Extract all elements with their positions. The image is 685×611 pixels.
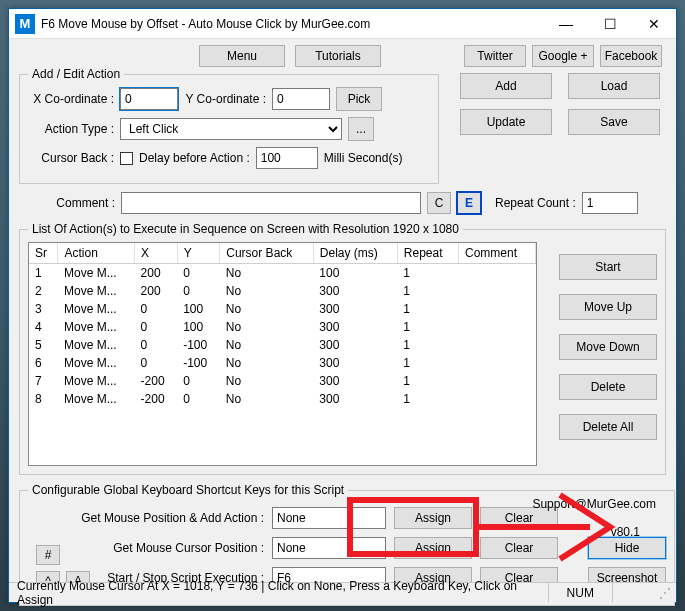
table-cell [459,372,536,390]
table-cell: Move M... [58,264,135,283]
action-list-legend: List Of Action(s) to Execute in Sequence… [28,222,463,236]
table-cell: 0 [135,354,178,372]
load-button[interactable]: Load [568,73,660,99]
table-cell: No [220,336,314,354]
table-row[interactable]: 6Move M...0-100No3001 [29,354,536,372]
table-row[interactable]: 8Move M...-2000No3001 [29,390,536,408]
delay-label: Delay before Action : [139,151,250,165]
action-table[interactable]: SrActionXYCursor BackDelay (ms)RepeatCom… [28,242,537,466]
x-coord-label: X Co-ordinate : [28,92,114,106]
table-cell: 0 [135,318,178,336]
table-cell: 7 [29,372,58,390]
column-header[interactable]: Cursor Back [220,243,314,264]
table-cell: 0 [177,372,220,390]
delete-button[interactable]: Delete [559,374,657,400]
minimize-button[interactable]: — [544,9,588,39]
table-cell [459,336,536,354]
table-cell: -100 [177,354,220,372]
table-cell: 300 [313,372,397,390]
column-header[interactable]: X [135,243,178,264]
table-row[interactable]: 3Move M...0100No3001 [29,300,536,318]
table-cell [459,354,536,372]
table-cell: 1 [29,264,58,283]
table-cell: 0 [177,282,220,300]
table-cell: 1 [397,264,458,283]
shortcut1-assign-button[interactable]: Assign [394,507,472,529]
table-cell: No [220,300,314,318]
table-cell: 100 [313,264,397,283]
table-row[interactable]: 7Move M...-2000No3001 [29,372,536,390]
cursor-back-checkbox[interactable] [120,152,133,165]
action-type-label: Action Type : [28,122,114,136]
hash-button[interactable]: # [36,545,60,565]
repeat-count-input[interactable] [582,192,638,214]
comment-input[interactable] [121,192,421,214]
table-cell: No [220,282,314,300]
table-cell: 2 [29,282,58,300]
shortcut2-clear-button[interactable]: Clear [480,537,558,559]
repeat-count-label: Repeat Count : [495,196,576,210]
close-button[interactable]: ✕ [632,9,676,39]
table-row[interactable]: 2Move M...2000No3001 [29,282,536,300]
resize-grip-icon[interactable]: ⋰ [652,586,668,600]
table-cell: Move M... [58,282,135,300]
c-button[interactable]: C [427,192,451,214]
column-header[interactable]: Y [177,243,220,264]
table-cell: No [220,354,314,372]
table-cell: -200 [135,390,178,408]
shortcuts-legend: Configurable Global Keyboard Shortcut Ke… [28,483,348,497]
table-cell: 0 [135,336,178,354]
support-link[interactable]: Support@MurGee.com [532,497,656,511]
move-up-button[interactable]: Move Up [559,294,657,320]
start-button[interactable]: Start [559,254,657,280]
table-cell [459,264,536,283]
delete-all-button[interactable]: Delete All [559,414,657,440]
shortcut2-assign-button[interactable]: Assign [394,537,472,559]
facebook-button[interactable]: Facebook [600,45,662,67]
action-type-select[interactable]: Left Click [120,118,342,140]
table-cell: 100 [177,318,220,336]
y-coord-input[interactable] [272,88,330,110]
table-cell: 1 [397,318,458,336]
table-cell: -100 [177,336,220,354]
column-header[interactable]: Repeat [397,243,458,264]
action-type-more-button[interactable]: ... [348,117,374,141]
add-edit-legend: Add / Edit Action [28,67,124,81]
e-button[interactable]: E [457,192,481,214]
pick-button[interactable]: Pick [336,87,382,111]
menu-button[interactable]: Menu [199,45,285,67]
update-button[interactable]: Update [460,109,552,135]
save-button[interactable]: Save [568,109,660,135]
delay-input[interactable] [256,147,318,169]
move-down-button[interactable]: Move Down [559,334,657,360]
x-coord-input[interactable] [120,88,178,110]
table-cell: Move M... [58,336,135,354]
table-cell: 8 [29,390,58,408]
shortcut1-input[interactable] [272,507,386,529]
add-button[interactable]: Add [460,73,552,99]
table-cell: 1 [397,372,458,390]
table-cell: 3 [29,300,58,318]
table-cell: 0 [177,264,220,283]
table-cell: 300 [313,282,397,300]
maximize-button[interactable]: ☐ [588,9,632,39]
table-cell: No [220,372,314,390]
delay-unit: Milli Second(s) [324,151,403,165]
table-row[interactable]: 1Move M...2000No1001 [29,264,536,283]
column-header[interactable]: Sr [29,243,58,264]
hide-button[interactable]: Hide [588,537,666,559]
googleplus-button[interactable]: Google + [532,45,594,67]
table-row[interactable]: 5Move M...0-100No3001 [29,336,536,354]
table-cell: 1 [397,282,458,300]
table-cell [459,390,536,408]
table-cell: 300 [313,300,397,318]
shortcut2-input[interactable] [272,537,386,559]
table-row[interactable]: 4Move M...0100No3001 [29,318,536,336]
twitter-button[interactable]: Twitter [464,45,526,67]
column-header[interactable]: Action [58,243,135,264]
tutorials-button[interactable]: Tutorials [295,45,381,67]
shortcut1-label: Get Mouse Position & Add Action : [28,511,264,525]
column-header[interactable]: Delay (ms) [313,243,397,264]
column-header[interactable]: Comment [459,243,536,264]
table-cell: 300 [313,336,397,354]
